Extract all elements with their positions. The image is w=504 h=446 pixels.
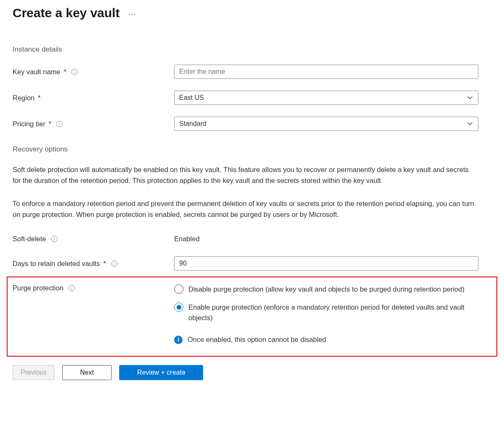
recovery-options-section: Recovery options Soft delete protection …	[13, 145, 491, 357]
pricing-tier-row: Pricing tier* i Standard	[13, 117, 491, 131]
required-asterisk: *	[103, 260, 106, 268]
context-menu-button[interactable]: ···	[128, 8, 137, 18]
required-asterisk: *	[38, 94, 40, 102]
key-vault-name-row: Key vault name* i	[13, 65, 491, 79]
pricing-tier-label: Pricing tier* i	[13, 120, 174, 128]
region-label: Region*	[13, 94, 174, 102]
instance-details-section: Instance details Key vault name* i Regio…	[13, 45, 491, 131]
page-title: Create a key vault	[13, 6, 120, 20]
purge-enable-radio[interactable]: Enable purge protection (enforce a manda…	[174, 302, 478, 323]
purge-protection-description: To enforce a mandatory retention period …	[13, 198, 478, 220]
soft-delete-description: Soft delete protection will automaticall…	[13, 164, 478, 186]
retention-days-row: Days to retain deleted vaults* i	[13, 256, 491, 271]
title-row: Create a key vault ···	[13, 6, 491, 20]
info-icon[interactable]: i	[68, 285, 75, 291]
retention-days-label: Days to retain deleted vaults* i	[13, 260, 174, 268]
key-vault-name-input[interactable]	[174, 65, 478, 79]
info-icon[interactable]: i	[111, 261, 118, 267]
review-create-button[interactable]: Review + create	[119, 365, 203, 380]
info-icon[interactable]: i	[71, 69, 78, 75]
radio-icon	[174, 303, 183, 312]
info-icon[interactable]: i	[56, 121, 63, 127]
create-key-vault-page: Create a key vault ··· Instance details …	[0, 0, 504, 393]
instance-details-heading: Instance details	[13, 45, 491, 54]
purge-protection-label: Purge protection i	[13, 284, 174, 292]
info-solid-icon: i	[174, 336, 183, 344]
previous-button[interactable]: Previous	[13, 365, 55, 380]
purge-protection-radio-group: Disable purge protection (allow key vaul…	[174, 284, 478, 323]
info-icon[interactable]: i	[51, 236, 57, 242]
purge-protection-row: Purge protection i Disable purge protect…	[13, 284, 491, 344]
region-select[interactable]: East US	[174, 91, 478, 105]
required-asterisk: *	[64, 68, 66, 76]
retention-days-input[interactable]	[174, 256, 478, 271]
wizard-footer: Previous Next Review + create	[13, 365, 491, 380]
soft-delete-row: Soft-delete i Enabled	[13, 235, 491, 243]
purge-warning-note: i Once enabled, this option cannot be di…	[174, 336, 478, 344]
region-row: Region* East US	[13, 91, 491, 105]
purge-disable-radio[interactable]: Disable purge protection (allow key vaul…	[174, 284, 478, 295]
pricing-tier-select[interactable]: Standard	[174, 117, 478, 131]
soft-delete-value: Enabled	[174, 235, 200, 243]
required-asterisk: *	[49, 120, 51, 128]
key-vault-name-label: Key vault name* i	[13, 68, 174, 76]
recovery-options-heading: Recovery options	[13, 145, 491, 154]
purge-protection-highlight: Purge protection i Disable purge protect…	[7, 276, 497, 356]
next-button[interactable]: Next	[62, 365, 112, 380]
soft-delete-label: Soft-delete i	[13, 235, 174, 243]
radio-icon	[174, 284, 183, 294]
